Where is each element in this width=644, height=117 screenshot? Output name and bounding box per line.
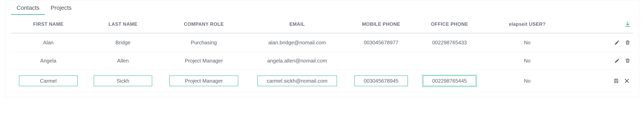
- contacts-card: Contacts Projects FIRST NAME LAST NAME C…: [5, 0, 639, 97]
- first-name-input[interactable]: [19, 76, 78, 86]
- table-header-row: FIRST NAME LAST NAME COMPANY ROLE EMAIL …: [11, 15, 633, 33]
- cell-company-role: [160, 70, 247, 92]
- table-row: Alan Bridge Purchasing alan.bridge@nomai…: [11, 33, 633, 52]
- cell-office-phone: [415, 52, 484, 70]
- cell-office-phone: 002298765433: [415, 33, 484, 52]
- cell-last-name: Bridge: [86, 33, 160, 52]
- mobile-phone-input[interactable]: [354, 76, 408, 86]
- cell-first-name: Alan: [11, 33, 86, 52]
- cell-company-role: Purchasing: [160, 33, 247, 52]
- delete-button[interactable]: [624, 57, 632, 64]
- tabs: Contacts Projects: [5, 0, 639, 15]
- cell-first-name: [11, 70, 86, 92]
- email-input[interactable]: [257, 76, 337, 86]
- cell-last-name: [86, 70, 160, 92]
- edit-button[interactable]: [613, 57, 621, 64]
- tab-projects[interactable]: Projects: [45, 2, 77, 15]
- delete-button[interactable]: [624, 39, 632, 46]
- col-mobile-phone[interactable]: MOBILE PHONE: [347, 15, 416, 33]
- save-icon: [614, 78, 619, 84]
- close-icon: [624, 78, 630, 84]
- cell-mobile-phone: [347, 70, 416, 92]
- cell-company-role: Project Manager: [160, 52, 247, 70]
- cell-office-phone: [415, 70, 484, 92]
- pencil-icon: [614, 58, 620, 64]
- pencil-icon: [614, 40, 620, 45]
- download-icon: [624, 21, 631, 28]
- cell-last-name: Allen: [86, 52, 160, 70]
- office-phone-input[interactable]: [423, 76, 476, 86]
- cell-actions: [571, 52, 633, 70]
- col-company-role[interactable]: COMPANY ROLE: [160, 15, 247, 33]
- col-elapseit-user[interactable]: elapseit USER?: [484, 15, 571, 33]
- cell-mobile-phone: [347, 52, 416, 70]
- cell-email: [247, 70, 347, 92]
- col-actions: [571, 15, 633, 33]
- last-name-input[interactable]: [94, 76, 152, 86]
- col-first-name[interactable]: FIRST NAME: [11, 15, 86, 33]
- table-row-editing: No: [11, 70, 633, 92]
- col-email[interactable]: EMAIL: [247, 15, 347, 33]
- cell-elapseit-user: No: [484, 33, 571, 52]
- cell-elapseit-user: No: [484, 52, 571, 70]
- download-button[interactable]: [624, 20, 632, 28]
- contacts-table: FIRST NAME LAST NAME COMPANY ROLE EMAIL …: [11, 15, 633, 92]
- trash-icon: [625, 40, 630, 45]
- edit-button[interactable]: [613, 39, 621, 46]
- tab-contacts[interactable]: Contacts: [11, 2, 45, 15]
- cell-mobile-phone: 003045678977: [347, 33, 416, 52]
- col-office-phone[interactable]: OFFICE PHONE: [415, 15, 484, 33]
- company-role-input[interactable]: [169, 76, 238, 86]
- col-last-name[interactable]: LAST NAME: [86, 15, 160, 33]
- cell-first-name: Angela: [11, 52, 86, 70]
- cell-email: alan.bridge@nomail.com: [247, 33, 347, 52]
- cancel-button[interactable]: [623, 77, 630, 85]
- table-row: Angela Allen Project Manager angela.alle…: [11, 52, 633, 70]
- cell-actions: [571, 70, 633, 92]
- cell-email: angela.allen@nomail.com: [247, 52, 347, 70]
- cell-actions: [571, 33, 633, 52]
- cell-elapseit-user: No: [484, 70, 571, 92]
- save-button[interactable]: [612, 77, 620, 85]
- trash-icon: [625, 58, 630, 64]
